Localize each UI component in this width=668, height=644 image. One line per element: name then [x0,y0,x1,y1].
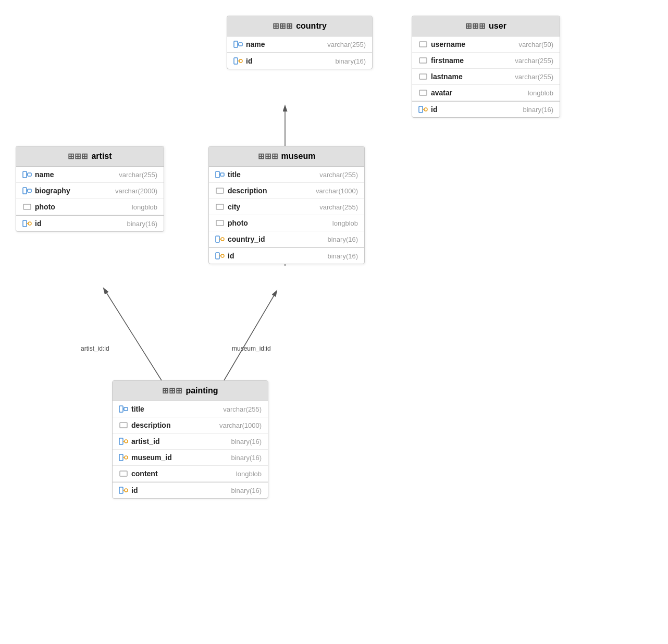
field-type: binary(16) [523,106,553,114]
field-type: binary(16) [335,57,366,65]
field-name: id [228,252,324,260]
field-type: binary(16) [327,252,358,260]
diagram-canvas: country_id:id artist_id:id museum_id:id … [0,0,668,644]
table-row: description varchar(1000) [113,417,268,434]
table-museum-body: title varchar(255) description varchar(1… [209,167,364,264]
field-name: museum_id [131,453,228,462]
table-row: description varchar(1000) [209,183,364,199]
plain-icon [418,40,428,49]
field-type: binary(16) [231,438,262,445]
field-name: username [431,40,516,48]
field-type: varchar(255) [319,171,358,179]
table-row: name varchar(255) [16,167,164,183]
svg-rect-10 [419,58,427,63]
field-type: longblob [132,203,157,211]
table-country-name: country [296,21,327,31]
table-icon: ⊞⊞⊞ [68,152,88,161]
table-country-body: name varchar(255) id binary(16) [227,36,372,69]
field-name: biography [35,187,112,195]
fk-icon [22,170,32,179]
svg-point-36 [221,254,224,257]
svg-rect-4 [239,43,242,46]
svg-rect-32 [216,236,219,242]
svg-rect-41 [120,423,127,428]
table-row: title varchar(255) [209,167,364,183]
field-name: description [228,187,313,195]
table-row: country_id binary(16) [209,231,364,247]
svg-rect-42 [119,438,123,444]
field-name: id [431,105,519,114]
field-name: id [131,486,228,494]
table-row: id binary(16) [412,101,560,117]
plain-icon [418,56,428,65]
table-row: id binary(16) [227,53,372,69]
field-name: description [131,421,216,429]
svg-point-50 [125,489,128,492]
svg-rect-29 [216,188,224,193]
field-type: varchar(50) [519,41,553,48]
table-row: content longblob [113,466,268,482]
plain-icon [215,218,225,228]
table-user-header: ⊞⊞⊞ user [412,16,560,36]
svg-point-33 [221,238,224,241]
plain-icon [119,420,128,430]
arrows-overlay [0,0,668,644]
arrow-label-artist: artist_id:id [81,345,109,352]
table-museum: ⊞⊞⊞ museum title varchar(255) descriptio… [208,146,365,264]
table-country: ⊞⊞⊞ country name varchar(255) id binary(… [227,16,373,69]
table-row: firstname varchar(255) [412,53,560,69]
field-type: varchar(255) [223,405,262,413]
pk-fk-icon [119,437,128,446]
arrow-label-museum: museum_id:id [232,345,271,352]
svg-point-7 [239,59,242,63]
field-type: binary(16) [231,487,262,494]
table-row: museum_id binary(16) [113,450,268,466]
pk-icon [233,56,243,66]
table-icon: ⊞⊞⊞ [465,21,486,31]
field-type: binary(16) [231,454,262,462]
field-type: varchar(255) [515,73,553,81]
svg-rect-39 [124,407,128,411]
table-museum-name: museum [281,152,316,161]
field-name: content [131,469,233,478]
field-name: artist_id [131,437,228,445]
field-type: varchar(1000) [219,422,262,429]
svg-rect-20 [28,189,31,192]
field-name: title [228,170,316,179]
table-painting: ⊞⊞⊞ painting title varchar(255) descript… [112,380,268,499]
table-painting-header: ⊞⊞⊞ painting [113,381,268,401]
table-artist-body: name varchar(255) biography varchar(2000… [16,167,164,231]
svg-rect-30 [216,204,224,209]
table-user-name: user [489,21,506,31]
field-name: id [35,219,123,228]
pk-icon [418,105,428,114]
svg-point-43 [125,440,128,443]
table-artist: ⊞⊞⊞ artist name varchar(255) biography v… [16,146,164,232]
table-row: photo longblob [16,199,164,215]
pk-fk2-icon [119,453,128,462]
table-painting-name: painting [185,386,218,395]
field-type: varchar(2000) [115,187,157,195]
table-icon: ⊞⊞⊞ [162,386,182,395]
plain-icon [22,202,32,212]
plain-icon [215,202,225,212]
table-icon: ⊞⊞⊞ [258,152,278,161]
svg-rect-3 [234,41,238,47]
plain-icon [418,88,428,97]
fk-icon [22,186,32,195]
field-type: varchar(255) [119,171,157,179]
svg-rect-19 [23,188,27,194]
svg-rect-12 [419,90,427,95]
field-name: lastname [431,72,512,81]
table-row: id binary(16) [16,215,164,231]
svg-rect-17 [28,173,31,176]
svg-rect-49 [119,487,123,493]
table-artist-header: ⊞⊞⊞ artist [16,146,164,167]
field-type: binary(16) [327,236,358,243]
svg-line-2 [224,292,276,380]
svg-rect-9 [419,42,427,47]
field-name: id [246,57,332,65]
table-row: name varchar(255) [227,36,372,53]
svg-rect-27 [220,173,224,176]
field-name: city [228,203,316,211]
